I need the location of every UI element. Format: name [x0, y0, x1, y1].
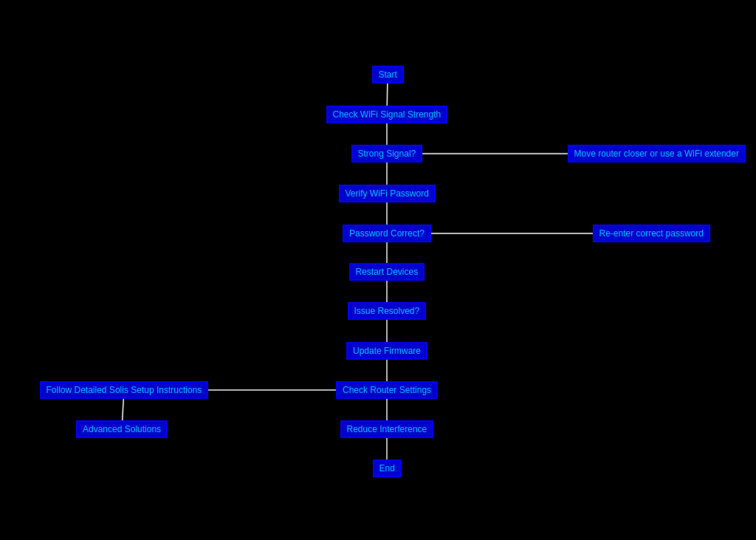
node-strongSignal[interactable]: Strong Signal? — [351, 145, 423, 163]
node-verifyPassword[interactable]: Verify WiFi Password — [339, 185, 436, 202]
node-reEnter[interactable]: Re-enter correct password — [593, 225, 710, 242]
node-updateFirmware[interactable]: Update Firmware — [346, 342, 427, 360]
node-checkSignal[interactable]: Check WiFi Signal Strength — [326, 106, 448, 123]
node-moveRouter[interactable]: Move router closer or use a WiFi extende… — [568, 145, 746, 163]
node-followInstr[interactable]: Follow Detailed Solis Setup Instructions — [40, 381, 209, 399]
node-checkRouter[interactable]: Check Router Settings — [336, 381, 438, 399]
node-advancedSol[interactable]: Advanced Solutions — [76, 420, 168, 438]
node-start[interactable]: Start — [372, 66, 404, 83]
node-reduceInterf[interactable]: Reduce Interference — [340, 420, 434, 438]
node-restartDevices[interactable]: Restart Devices — [349, 263, 425, 281]
node-end[interactable]: End — [373, 459, 402, 477]
node-passwordCorrect[interactable]: Password Correct? — [343, 225, 431, 242]
node-issueResolved[interactable]: Issue Resolved? — [348, 302, 427, 320]
